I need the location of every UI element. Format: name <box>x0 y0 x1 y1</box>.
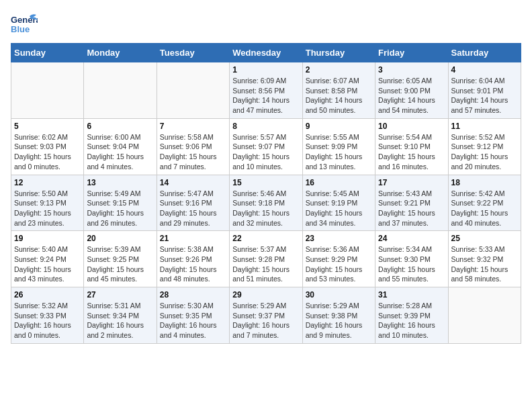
weekday-header: Sunday <box>11 44 84 62</box>
day-number: 20 <box>87 234 153 243</box>
day-info: Sunrise: 5:31 AM Sunset: 9:34 PM Dayligh… <box>87 301 153 340</box>
calendar-cell: 18Sunrise: 5:42 AM Sunset: 9:22 PM Dayli… <box>448 175 521 231</box>
day-number: 30 <box>306 290 372 300</box>
day-info: Sunrise: 5:34 AM Sunset: 9:30 PM Dayligh… <box>378 244 445 284</box>
day-number: 22 <box>232 234 299 243</box>
calendar-cell: 16Sunrise: 5:45 AM Sunset: 9:19 PM Dayli… <box>302 175 375 231</box>
day-info: Sunrise: 5:58 AM Sunset: 9:06 PM Dayligh… <box>160 132 226 172</box>
weekday-header: Friday <box>375 44 448 62</box>
calendar-cell: 14Sunrise: 5:47 AM Sunset: 9:16 PM Dayli… <box>157 175 229 231</box>
day-number: 13 <box>87 178 153 187</box>
day-number: 31 <box>378 290 445 300</box>
day-info: Sunrise: 5:52 AM Sunset: 9:12 PM Dayligh… <box>451 132 518 172</box>
day-info: Sunrise: 5:38 AM Sunset: 9:26 PM Dayligh… <box>160 244 226 284</box>
day-number: 8 <box>232 122 299 131</box>
day-number: 6 <box>87 122 153 131</box>
day-info: Sunrise: 5:32 AM Sunset: 9:33 PM Dayligh… <box>14 301 81 340</box>
day-info: Sunrise: 5:36 AM Sunset: 9:29 PM Dayligh… <box>306 244 372 284</box>
day-info: Sunrise: 5:57 AM Sunset: 9:07 PM Dayligh… <box>232 132 299 172</box>
day-info: Sunrise: 6:00 AM Sunset: 9:04 PM Dayligh… <box>87 132 153 172</box>
calendar-cell: 31Sunrise: 5:28 AM Sunset: 9:39 PM Dayli… <box>375 287 448 344</box>
calendar-cell: 22Sunrise: 5:37 AM Sunset: 9:28 PM Dayli… <box>230 231 302 287</box>
calendar-cell <box>448 287 521 344</box>
day-info: Sunrise: 6:05 AM Sunset: 9:00 PM Dayligh… <box>378 76 445 116</box>
day-number: 10 <box>378 122 445 131</box>
weekday-header: Saturday <box>448 44 521 62</box>
day-number: 26 <box>14 290 81 300</box>
day-info: Sunrise: 5:50 AM Sunset: 9:13 PM Dayligh… <box>14 189 81 228</box>
day-number: 27 <box>87 290 153 300</box>
svg-text:Blue: Blue <box>11 24 30 34</box>
calendar-cell: 5Sunrise: 6:02 AM Sunset: 9:03 PM Daylig… <box>11 118 84 175</box>
calendar-cell: 13Sunrise: 5:49 AM Sunset: 9:15 PM Dayli… <box>84 175 157 231</box>
day-number: 17 <box>378 178 445 187</box>
calendar-cell: 3Sunrise: 6:05 AM Sunset: 9:00 PM Daylig… <box>375 62 448 119</box>
day-number: 3 <box>378 65 445 75</box>
calendar-cell: 25Sunrise: 5:33 AM Sunset: 9:32 PM Dayli… <box>448 231 521 287</box>
day-number: 24 <box>378 234 445 243</box>
day-info: Sunrise: 6:07 AM Sunset: 8:58 PM Dayligh… <box>306 76 372 116</box>
calendar-cell: 1Sunrise: 6:09 AM Sunset: 8:56 PM Daylig… <box>230 62 302 119</box>
calendar-cell <box>84 62 157 119</box>
logo-icon: General Blue <box>11 11 38 38</box>
calendar-cell: 15Sunrise: 5:46 AM Sunset: 9:18 PM Dayli… <box>230 175 302 231</box>
calendar-cell <box>157 62 229 119</box>
day-info: Sunrise: 5:45 AM Sunset: 9:19 PM Dayligh… <box>306 189 372 228</box>
day-number: 15 <box>232 178 299 187</box>
calendar-cell: 4Sunrise: 6:04 AM Sunset: 9:01 PM Daylig… <box>448 62 521 119</box>
day-number: 2 <box>306 65 372 75</box>
day-info: Sunrise: 5:40 AM Sunset: 9:24 PM Dayligh… <box>14 244 81 284</box>
calendar-cell: 7Sunrise: 5:58 AM Sunset: 9:06 PM Daylig… <box>157 118 229 175</box>
calendar-cell: 28Sunrise: 5:30 AM Sunset: 9:35 PM Dayli… <box>157 287 229 344</box>
calendar-cell: 2Sunrise: 6:07 AM Sunset: 8:58 PM Daylig… <box>302 62 375 119</box>
day-number: 28 <box>160 290 226 300</box>
weekday-header: Wednesday <box>230 44 302 62</box>
day-info: Sunrise: 5:49 AM Sunset: 9:15 PM Dayligh… <box>87 189 153 228</box>
day-number: 12 <box>14 178 81 187</box>
calendar-cell: 30Sunrise: 5:29 AM Sunset: 9:38 PM Dayli… <box>302 287 375 344</box>
calendar-cell: 27Sunrise: 5:31 AM Sunset: 9:34 PM Dayli… <box>84 287 157 344</box>
calendar-cell: 12Sunrise: 5:50 AM Sunset: 9:13 PM Dayli… <box>11 175 84 231</box>
day-number: 23 <box>306 234 372 243</box>
calendar-cell <box>11 62 84 119</box>
day-info: Sunrise: 5:47 AM Sunset: 9:16 PM Dayligh… <box>160 189 226 228</box>
day-info: Sunrise: 6:02 AM Sunset: 9:03 PM Dayligh… <box>14 132 81 172</box>
day-info: Sunrise: 5:46 AM Sunset: 9:18 PM Dayligh… <box>232 189 299 228</box>
weekday-header: Thursday <box>302 44 375 62</box>
day-number: 29 <box>232 290 299 300</box>
day-info: Sunrise: 5:54 AM Sunset: 9:10 PM Dayligh… <box>378 132 445 172</box>
day-info: Sunrise: 5:37 AM Sunset: 9:28 PM Dayligh… <box>232 244 299 284</box>
day-number: 18 <box>451 178 518 187</box>
day-info: Sunrise: 5:39 AM Sunset: 9:25 PM Dayligh… <box>87 244 153 284</box>
day-number: 19 <box>14 234 81 243</box>
calendar-cell: 8Sunrise: 5:57 AM Sunset: 9:07 PM Daylig… <box>230 118 302 175</box>
day-info: Sunrise: 6:04 AM Sunset: 9:01 PM Dayligh… <box>451 76 518 116</box>
calendar-cell: 17Sunrise: 5:43 AM Sunset: 9:21 PM Dayli… <box>375 175 448 231</box>
day-info: Sunrise: 5:55 AM Sunset: 9:09 PM Dayligh… <box>306 132 372 172</box>
calendar-cell: 23Sunrise: 5:36 AM Sunset: 9:29 PM Dayli… <box>302 231 375 287</box>
day-info: Sunrise: 5:29 AM Sunset: 9:38 PM Dayligh… <box>306 301 372 340</box>
day-number: 14 <box>160 178 226 187</box>
day-info: Sunrise: 5:30 AM Sunset: 9:35 PM Dayligh… <box>160 301 226 340</box>
calendar-cell: 11Sunrise: 5:52 AM Sunset: 9:12 PM Dayli… <box>448 118 521 175</box>
calendar-cell: 20Sunrise: 5:39 AM Sunset: 9:25 PM Dayli… <box>84 231 157 287</box>
calendar-table: SundayMondayTuesdayWednesdayThursdayFrid… <box>11 43 521 344</box>
calendar-cell: 19Sunrise: 5:40 AM Sunset: 9:24 PM Dayli… <box>11 231 84 287</box>
day-number: 5 <box>14 122 81 131</box>
calendar-cell: 21Sunrise: 5:38 AM Sunset: 9:26 PM Dayli… <box>157 231 229 287</box>
day-number: 16 <box>306 178 372 187</box>
calendar-cell: 26Sunrise: 5:32 AM Sunset: 9:33 PM Dayli… <box>11 287 84 344</box>
calendar-cell: 10Sunrise: 5:54 AM Sunset: 9:10 PM Dayli… <box>375 118 448 175</box>
day-info: Sunrise: 5:42 AM Sunset: 9:22 PM Dayligh… <box>451 189 518 228</box>
day-info: Sunrise: 6:09 AM Sunset: 8:56 PM Dayligh… <box>232 76 299 116</box>
calendar-cell: 9Sunrise: 5:55 AM Sunset: 9:09 PM Daylig… <box>302 118 375 175</box>
day-info: Sunrise: 5:33 AM Sunset: 9:32 PM Dayligh… <box>451 244 518 284</box>
calendar-cell: 24Sunrise: 5:34 AM Sunset: 9:30 PM Dayli… <box>375 231 448 287</box>
page-header: General Blue <box>11 11 521 38</box>
day-info: Sunrise: 5:29 AM Sunset: 9:37 PM Dayligh… <box>232 301 299 340</box>
logo: General Blue <box>11 11 38 38</box>
day-number: 1 <box>232 65 299 75</box>
day-number: 25 <box>451 234 518 243</box>
day-number: 11 <box>451 122 518 131</box>
weekday-header: Monday <box>84 44 157 62</box>
